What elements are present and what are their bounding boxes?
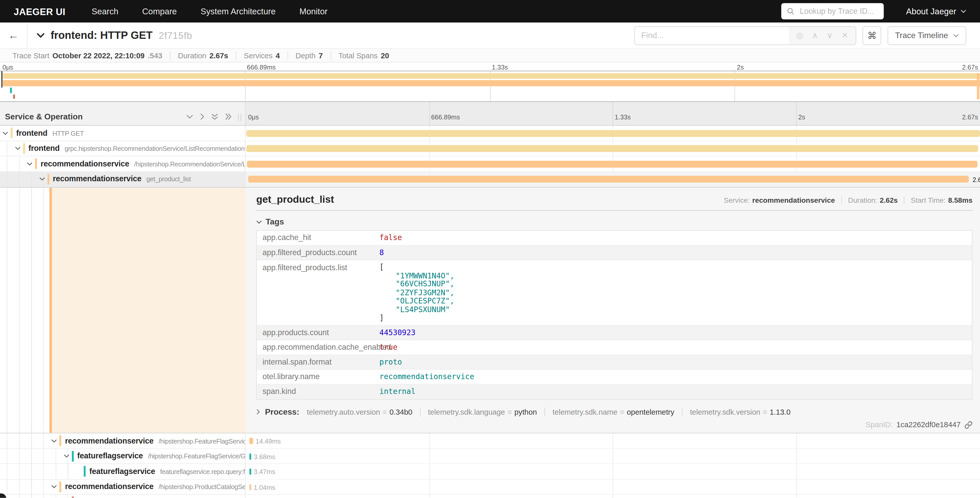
span-row-partial[interactable] <box>0 495 980 498</box>
summary-value-ms: .543 <box>148 51 162 59</box>
process-section-toggle[interactable]: Process: telemetry.auto.version = 0.34b0… <box>256 407 973 417</box>
span-table-header: Service & Operation 0μs 666.89ms 1.33s 2… <box>0 102 980 126</box>
summary-value: 7 <box>318 51 323 59</box>
span-row-get-product-list[interactable]: recommendationservice get_product_list 2… <box>0 172 980 187</box>
equals-sign: = <box>382 407 387 416</box>
chevron-down-icon[interactable] <box>51 485 57 489</box>
trace-header-controls: ◎ ∧ ∨ ✕ ⌘ Trace Timeline <box>634 26 966 45</box>
find-prev-icon[interactable]: ∧ <box>812 31 818 40</box>
span-detail-gutter <box>0 188 245 433</box>
span-timeline-cell[interactable] <box>245 126 980 141</box>
span-duration-label: 2.62s <box>973 176 980 183</box>
summary-services: Services 4 <box>236 51 288 59</box>
span-duration-bar[interactable] <box>249 438 253 444</box>
span-operation: /hipstershop.ProductCatalogSer... <box>159 483 246 490</box>
list-item: "LS4PSXUNUM" <box>379 305 454 314</box>
column-resize-grip[interactable] <box>238 114 241 121</box>
nav-item-monitor[interactable]: Monitor <box>299 6 328 16</box>
nav-item-system-architecture[interactable]: System Architecture <box>200 6 276 16</box>
expand-all-icon[interactable] <box>225 113 232 120</box>
minimap-span-bar <box>3 73 980 79</box>
span-row-frontend-listrecommendations[interactable]: frontend grpc.hipstershop.Recommendation… <box>0 141 980 156</box>
span-row-productcatalog[interactable]: recommendationservice /hipstershop.Produ… <box>0 479 980 495</box>
locate-span-icon[interactable]: ◎ <box>796 31 803 40</box>
span-row-featureflagservice-repo-query[interactable]: featureflagservice featureflagservice.re… <box>0 464 980 479</box>
top-nav: JAEGER UI Search Compare System Architec… <box>0 0 980 22</box>
span-timeline-cell[interactable] <box>245 495 980 498</box>
tag-value: true <box>379 343 398 351</box>
span-timeline-cell[interactable]: 1.04ms <box>245 479 980 495</box>
tag-row: app.products.count 44530923 <box>257 326 972 340</box>
chevron-down-icon[interactable] <box>51 439 57 443</box>
chevron-down-icon[interactable] <box>3 131 8 135</box>
span-timeline-cell[interactable]: 3.68ms <box>245 449 980 464</box>
process-entry: telemetry.sdk.version = 1.13.0 <box>682 407 798 416</box>
collapse-all-icon[interactable] <box>211 113 218 120</box>
copy-link-icon[interactable] <box>964 421 973 429</box>
span-name-cell[interactable]: recommendationservice /hipstershop.Featu… <box>0 433 245 449</box>
chevron-down-icon[interactable] <box>64 454 69 458</box>
equals-sign: = <box>620 407 624 416</box>
keyboard-shortcuts-button[interactable]: ⌘ <box>863 26 881 45</box>
back-button[interactable]: ← <box>0 22 28 48</box>
span-name-cell[interactable]: recommendationservice /hipstershop.Recom… <box>0 156 245 172</box>
nav-item-compare[interactable]: Compare <box>142 6 177 16</box>
tags-section-toggle[interactable]: Tags <box>256 217 973 227</box>
span-row-featureflagservice-get[interactable]: featureflagservice /hipstershop.FeatureF… <box>0 449 980 464</box>
span-service: recommendationservice <box>65 436 154 445</box>
chevron-down-icon[interactable] <box>39 177 45 181</box>
meta-value: recommendationservice <box>752 196 835 204</box>
span-duration-bar[interactable] <box>249 453 251 459</box>
trace-id-short: 2f715fb <box>159 30 192 41</box>
find-next-icon[interactable]: ∨ <box>827 31 833 40</box>
trace-view-selector[interactable]: Trace Timeline <box>888 26 966 45</box>
chevron-down-icon[interactable] <box>14 147 20 150</box>
tags-table: app.cache_hit false app.filtered_product… <box>256 230 973 399</box>
span-color-bar <box>35 158 37 169</box>
trace-id-lookup-input[interactable] <box>799 6 878 16</box>
tag-key: internal.span.format <box>257 358 379 366</box>
span-timeline-cell[interactable]: 14.49ms <box>245 433 980 449</box>
span-duration-bar[interactable] <box>249 484 251 490</box>
nav-item-search[interactable]: Search <box>92 6 119 16</box>
span-duration-bar[interactable] <box>248 176 969 182</box>
chevron-down-icon[interactable] <box>27 162 32 166</box>
equals-sign: = <box>763 407 767 416</box>
span-name-cell[interactable]: recommendationservice get_product_list <box>0 172 245 187</box>
trace-minimap[interactable] <box>0 70 980 102</box>
span-duration-bar[interactable] <box>249 468 251 474</box>
summary-label: Depth <box>296 51 315 59</box>
tag-value: internal <box>379 387 415 396</box>
span-duration-bar[interactable] <box>247 161 977 168</box>
find-clear-icon[interactable]: ✕ <box>842 31 848 40</box>
find-group: ◎ ∧ ∨ ✕ <box>634 26 856 45</box>
span-duration-bar[interactable] <box>246 145 978 152</box>
expand-one-icon[interactable] <box>200 113 204 120</box>
span-name-cell[interactable]: frontend HTTP GET <box>0 126 245 141</box>
tag-value: 44530923 <box>379 328 415 337</box>
span-duration-label: 3.68ms <box>254 452 275 460</box>
span-name-cell[interactable] <box>0 495 245 498</box>
trace-id-lookup[interactable] <box>781 3 883 19</box>
span-name-cell[interactable]: frontend grpc.hipstershop.Recommendation… <box>0 141 245 156</box>
span-duration-bar[interactable] <box>246 130 980 137</box>
span-timeline-cell[interactable] <box>245 156 980 172</box>
span-row-recommendationservice-list[interactable]: recommendationservice /hipstershop.Recom… <box>0 156 980 172</box>
indent-guides <box>7 495 68 498</box>
app-brand[interactable]: JAEGER UI <box>14 6 65 17</box>
find-input[interactable] <box>635 27 789 44</box>
list-item: "1YMWWN1N4O", <box>379 272 454 280</box>
span-name-cell[interactable]: featureflagservice featureflagservice.re… <box>0 464 245 479</box>
span-name-cell[interactable]: recommendationservice /hipstershop.Produ… <box>0 479 245 495</box>
span-timeline-cell[interactable]: 2.62s <box>245 172 980 187</box>
collapse-one-icon[interactable] <box>186 115 193 119</box>
span-row-frontend-httpget[interactable]: frontend HTTP GET <box>0 126 980 141</box>
span-name-cell[interactable]: featureflagservice /hipstershop.FeatureF… <box>0 449 245 464</box>
ruler-tick: 2s <box>799 113 805 121</box>
span-row-featureflag-check[interactable]: recommendationservice /hipstershop.Featu… <box>0 433 980 449</box>
about-jaeger-menu[interactable]: About Jaeger <box>906 6 966 16</box>
trace-collapse-toggle[interactable] <box>36 32 45 38</box>
chevron-down-icon <box>961 10 966 13</box>
span-timeline-cell[interactable] <box>245 141 980 156</box>
span-timeline-cell[interactable]: 3.47ms <box>245 464 980 479</box>
